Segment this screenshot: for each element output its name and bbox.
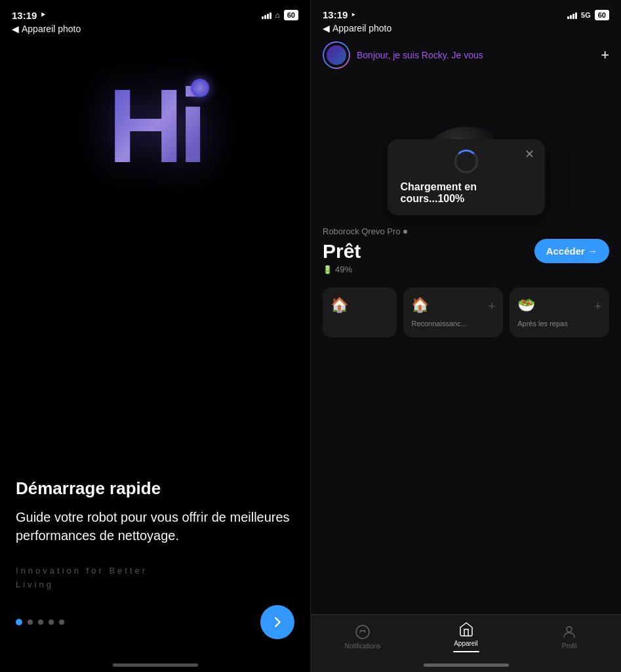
next-button[interactable]	[260, 605, 294, 639]
scene-card-repas[interactable]: 🥗 + Après les repas	[510, 287, 609, 337]
left-status-icons: ⌂ 60	[262, 10, 299, 20]
tab-appareil[interactable]: Appareil	[414, 621, 518, 652]
left-back-arrow: ◀	[12, 24, 19, 34]
left-content: Démarrage rapide Guide votre robot pour …	[0, 465, 310, 605]
hi-logo: Hi	[108, 74, 203, 178]
dot-3	[38, 620, 43, 625]
appareil-tab-icon	[458, 621, 474, 637]
robot-avatar	[323, 41, 350, 69]
right-battery: 60	[595, 10, 609, 20]
battery-row: 🔋 49%	[323, 264, 609, 274]
svg-point-9	[360, 630, 361, 631]
scene-repas-icon: 🥗	[517, 297, 535, 314]
right-status-icons: 5G 60	[567, 10, 609, 20]
scenes-row: 🏠 🏠 + Reconnaissanc... 🥗 + Après les rep…	[311, 280, 621, 345]
robot-avatar-inner	[327, 45, 346, 65]
add-button[interactable]: +	[601, 47, 609, 64]
tab-notifications-label: Notifications	[345, 642, 380, 650]
dot-4	[49, 620, 54, 625]
left-panel: 13:19 ‣ ⌂ 60 ◀ Appareil photo Hi Démarra…	[0, 0, 310, 672]
loading-spinner	[454, 150, 478, 173]
left-time: 13:19	[12, 10, 37, 21]
left-wifi-icon: ⌂	[275, 10, 280, 20]
chevron-right-icon	[270, 615, 285, 629]
left-back-nav[interactable]: ◀ Appareil photo	[0, 21, 310, 34]
dots-indicator	[16, 619, 64, 625]
hi-wrapper: Hi	[108, 74, 203, 178]
tab-profil-label: Profil	[562, 642, 577, 650]
right-back-label: Appareil photo	[332, 23, 391, 33]
right-time: 13:19	[323, 9, 348, 20]
robot-image-section: ✕ Chargement en cours...100%	[311, 74, 621, 219]
tab-appareil-indicator	[453, 651, 479, 652]
right-back-nav[interactable]: ◀ Appareil photo	[311, 20, 621, 33]
device-dot	[403, 230, 407, 234]
right-location-icon: ‣	[351, 10, 355, 20]
right-home-indicator	[424, 663, 509, 667]
left-status-bar: 13:19 ‣ ⌂ 60	[0, 0, 310, 21]
hi-text: Hi	[108, 67, 203, 184]
left-tagline: Innovation for Better Living	[16, 564, 294, 592]
device-section: Roborock Qrevo Pro Prêt Accéder → 🔋 49%	[311, 219, 621, 280]
right-panel: 13:19 ‣ 5G 60 ◀ Appareil photo Bonjour, …	[310, 0, 621, 672]
access-button[interactable]: Accéder →	[534, 239, 609, 263]
scene-repas-label: Après les repas	[517, 319, 567, 328]
notifications-tab-icon	[355, 624, 371, 640]
right-status-time: 13:19 ‣	[323, 9, 355, 20]
right-header: Bonjour, je suis Rocky. Je vous +	[311, 33, 621, 74]
left-back-label: Appareil photo	[22, 24, 81, 34]
scene-card-home[interactable]: 🏠	[323, 287, 397, 337]
tab-notifications[interactable]: Notifications	[311, 624, 414, 650]
device-name: Roborock Qrevo Pro	[323, 226, 401, 236]
scene-home-icon: 🏠	[331, 297, 348, 314]
hi-section: Hi	[0, 34, 310, 465]
left-bottom	[0, 605, 310, 672]
device-status: Prêt	[323, 240, 361, 262]
tab-profil[interactable]: Profil	[517, 624, 621, 650]
loading-modal: ✕ Chargement en cours...100%	[388, 139, 545, 215]
right-signal-icon	[567, 11, 577, 19]
access-button-label: Accéder →	[546, 245, 597, 257]
dot-1	[16, 619, 22, 625]
scene-card-reconnaisance[interactable]: 🏠 + Reconnaissanc...	[403, 287, 503, 337]
left-location-icon: ‣	[40, 9, 46, 21]
left-status-time: 13:19 ‣	[12, 9, 46, 21]
scene-repas-add-icon[interactable]: +	[594, 300, 601, 314]
scene-reconnaisance-add-icon[interactable]: +	[489, 300, 496, 314]
profil-tab-icon	[561, 624, 577, 640]
left-description: Guide votre robot pour vous offrir de me…	[16, 508, 294, 545]
tagline-line2: Living	[16, 579, 54, 589]
tagline-line1: Innovation for Better	[16, 566, 148, 576]
right-status-bar: 13:19 ‣ 5G 60	[311, 0, 621, 20]
svg-point-8	[356, 625, 369, 639]
hi-dot-decoration	[191, 79, 209, 97]
battery-level: 49%	[335, 264, 352, 274]
scene-reconnaisance-label: Reconnaissanc...	[411, 319, 466, 328]
modal-close-button[interactable]: ✕	[525, 147, 534, 161]
right-back-arrow: ◀	[323, 23, 330, 33]
svg-point-11	[567, 627, 572, 632]
left-signal-icon	[262, 11, 271, 19]
right-5g-badge: 5G	[581, 11, 591, 19]
tab-appareil-label: Appareil	[454, 640, 478, 647]
dot-5	[59, 620, 64, 625]
battery-level-icon: 🔋	[323, 265, 332, 274]
scene-reconnaisance-icon: 🏠	[411, 297, 429, 314]
dot-2	[28, 620, 33, 625]
svg-point-10	[364, 630, 365, 631]
left-battery: 60	[284, 10, 298, 20]
left-home-indicator	[113, 663, 198, 667]
device-status-row: Prêt Accéder →	[323, 239, 609, 263]
device-name-row: Roborock Qrevo Pro	[323, 226, 609, 236]
greeting-text: Bonjour, je suis Rocky. Je vous	[350, 50, 601, 60]
left-title: Démarrage rapide	[16, 478, 294, 499]
loading-text: Chargement en cours...100%	[401, 181, 532, 205]
